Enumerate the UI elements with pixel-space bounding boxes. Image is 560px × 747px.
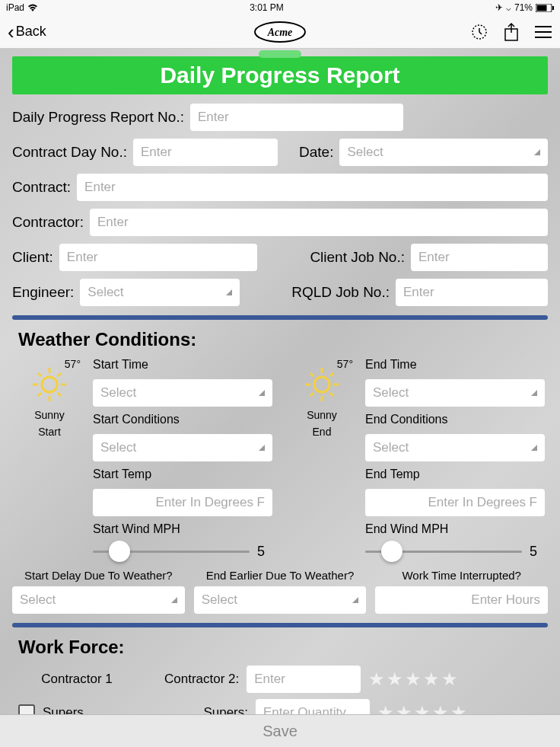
- svg-line-26: [310, 393, 313, 396]
- star-icon[interactable]: ★: [368, 669, 385, 690]
- star-icon[interactable]: ★: [405, 669, 422, 690]
- interrupted-label: Work Time Interrupted?: [375, 569, 548, 582]
- engineer-select[interactable]: Select: [80, 279, 240, 306]
- device-label: iPad: [6, 2, 24, 13]
- dropdown-caret-icon: [534, 149, 540, 155]
- star-icon[interactable]: ★: [377, 702, 394, 714]
- start-cond-select[interactable]: Select: [93, 434, 272, 461]
- contractor2-input[interactable]: Enter: [247, 666, 361, 693]
- weather-section-title: Weather Conditions:: [18, 329, 548, 350]
- start-temp-input[interactable]: Enter In Degrees F: [93, 489, 272, 516]
- end-phase-label: End: [288, 426, 356, 438]
- dropdown-caret-icon: [259, 390, 265, 396]
- start-condition: Sunny: [15, 409, 84, 421]
- report-no-input[interactable]: Enter: [190, 104, 403, 131]
- star-icon[interactable]: ★: [450, 702, 467, 714]
- supers2-rating[interactable]: ★★★★★: [377, 702, 467, 714]
- wifi-icon: [27, 4, 38, 11]
- star-icon[interactable]: ★: [387, 669, 403, 690]
- start-cond-label: Start Conditions: [93, 413, 272, 426]
- menu-icon[interactable]: [534, 23, 552, 41]
- engineer-label: Engineer:: [12, 284, 74, 301]
- interrupted-input[interactable]: Enter Hours: [375, 586, 548, 614]
- content-area: Daily Progress Report Daily Progress Rep…: [0, 49, 560, 714]
- dropdown-caret-icon: [259, 445, 265, 451]
- dropdown-caret-icon: [531, 445, 537, 451]
- save-label: Save: [262, 723, 298, 740]
- status-bar: iPad 3:01 PM ✈ ⌵ 71%: [0, 0, 560, 15]
- start-temp-label: Start Temp: [93, 468, 272, 481]
- svg-line-15: [38, 373, 41, 376]
- contract-day-input[interactable]: Enter: [133, 139, 278, 166]
- end-temp-value: 57°: [337, 358, 353, 370]
- start-time-select[interactable]: Select: [93, 379, 272, 407]
- section-divider: [12, 623, 548, 627]
- contract-input[interactable]: Enter: [77, 174, 548, 201]
- star-icon[interactable]: ★: [414, 702, 431, 714]
- battery-icon: [536, 4, 554, 12]
- end-earlier-label: End Earlier Due To Weather?: [194, 569, 367, 582]
- slider-thumb[interactable]: [381, 541, 402, 562]
- rqld-job-no-input[interactable]: Enter: [396, 279, 548, 306]
- location-icon: ✈: [495, 2, 503, 13]
- end-condition: Sunny: [288, 409, 356, 421]
- svg-line-25: [330, 393, 333, 396]
- star-icon[interactable]: ★: [396, 702, 412, 714]
- client-job-no-input[interactable]: Enter: [411, 244, 548, 271]
- star-icon[interactable]: ★: [423, 669, 440, 690]
- start-time-label: Start Time: [93, 358, 272, 372]
- svg-line-18: [58, 373, 61, 376]
- start-wind-value: 5: [257, 544, 272, 560]
- star-icon[interactable]: ★: [441, 669, 458, 690]
- svg-line-17: [38, 393, 41, 396]
- end-wind-slider[interactable]: [365, 551, 522, 553]
- page-title-banner: Daily Progress Report: [12, 56, 548, 94]
- end-wind-label: End Wind MPH: [365, 522, 545, 536]
- contractor-input[interactable]: Enter: [90, 209, 548, 236]
- start-wind-slider[interactable]: [93, 551, 250, 553]
- contractor1-label: Contractor 1: [12, 672, 142, 687]
- supers2-label: Supers:: [164, 705, 248, 714]
- start-delay-select[interactable]: Select: [12, 586, 185, 614]
- contract-label: Contract:: [12, 179, 71, 196]
- contractor2-label: Contractor 2:: [164, 672, 239, 687]
- acme-logo: Acme: [253, 21, 307, 43]
- drag-handle: [259, 50, 301, 58]
- contractor2-rating[interactable]: ★★★★★: [368, 669, 458, 690]
- back-chevron-icon: ‹: [8, 22, 14, 42]
- end-wind-value: 5: [530, 544, 545, 560]
- sun-icon: [30, 366, 68, 404]
- dropdown-caret-icon: [352, 597, 358, 603]
- end-earlier-select[interactable]: Select: [194, 586, 367, 614]
- svg-point-10: [42, 377, 57, 392]
- end-temp-label: End Temp: [365, 468, 545, 481]
- battery-pct: 71%: [514, 2, 533, 13]
- end-cond-select[interactable]: Select: [365, 434, 545, 461]
- svg-text:Acme: Acme: [267, 27, 293, 38]
- end-time-select[interactable]: Select: [365, 379, 545, 407]
- supers2-input[interactable]: Enter Quantity: [256, 699, 370, 714]
- page-title: Daily Progress Report: [160, 62, 399, 88]
- share-icon[interactable]: [502, 23, 520, 41]
- start-wind-label: Start Wind MPH: [93, 522, 272, 536]
- dropdown-caret-icon: [171, 597, 177, 603]
- client-job-no-label: Client Job No.:: [310, 249, 405, 266]
- star-icon[interactable]: ★: [432, 702, 449, 714]
- history-icon[interactable]: [470, 23, 488, 41]
- workforce-section-title: Work Force:: [18, 637, 548, 658]
- svg-line-16: [58, 393, 61, 396]
- supers-checkbox[interactable]: [18, 704, 35, 714]
- client-input[interactable]: Enter: [59, 244, 257, 271]
- back-label: Back: [16, 24, 46, 40]
- end-cond-label: End Conditions: [365, 413, 545, 426]
- status-time: 3:01 PM: [38, 2, 495, 13]
- end-temp-input[interactable]: Enter In Degrees F: [365, 489, 545, 516]
- save-button[interactable]: Save: [0, 714, 560, 747]
- dropdown-caret-icon: [226, 289, 232, 295]
- slider-thumb[interactable]: [109, 541, 130, 562]
- back-button[interactable]: ‹ Back: [8, 22, 46, 42]
- svg-line-24: [310, 373, 313, 376]
- bluetooth-icon: ⌵: [506, 3, 511, 13]
- date-select[interactable]: Select: [339, 139, 548, 166]
- report-no-label: Daily Progress Report No.:: [12, 109, 184, 126]
